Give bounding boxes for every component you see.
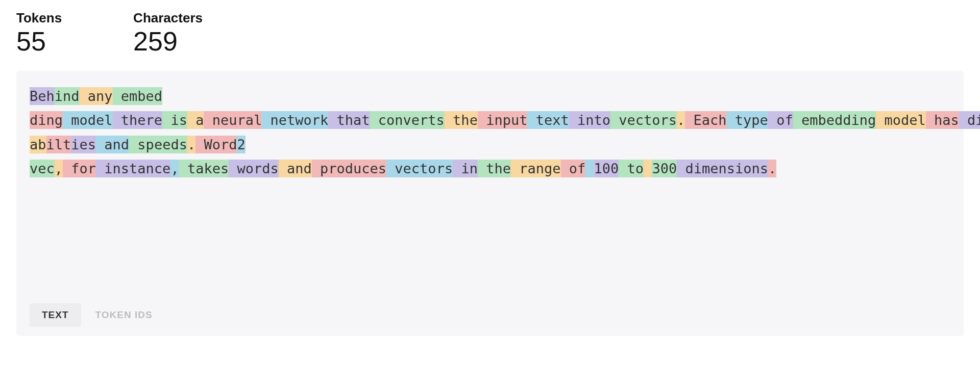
token: vec: [30, 160, 55, 177]
token: text: [527, 111, 569, 129]
tokens-value: 55: [16, 28, 62, 55]
token: 100: [594, 160, 619, 177]
token: vectors: [610, 111, 677, 129]
token: .: [187, 136, 195, 153]
token: takes: [179, 160, 229, 177]
token: for: [63, 160, 96, 177]
token: of: [561, 160, 586, 177]
tab-token-ids[interactable]: TOKEN IDS: [83, 303, 165, 327]
token: neural: [204, 111, 262, 129]
tab-text[interactable]: TEXT: [30, 303, 81, 327]
tokens-stat: Tokens 55: [16, 10, 62, 55]
token: range: [511, 160, 561, 177]
token: Each: [685, 111, 726, 129]
characters-value: 259: [133, 28, 203, 55]
tokens-label: Tokens: [16, 10, 62, 26]
token: to: [619, 160, 644, 177]
token: is: [162, 111, 187, 129]
token: and: [279, 160, 312, 177]
token: speeds: [129, 136, 187, 153]
stats-row: Tokens 55 Characters 259: [16, 10, 964, 55]
token: .: [677, 111, 685, 129]
token: Beh: [30, 87, 55, 105]
token: the: [478, 160, 511, 177]
token: model: [63, 111, 113, 129]
token: different: [959, 111, 980, 129]
token: vectors: [386, 160, 453, 177]
token: model: [876, 111, 926, 129]
token: type: [727, 111, 768, 129]
token: ,: [55, 160, 63, 177]
token: dimensions: [677, 160, 768, 177]
token: ilt: [46, 136, 71, 153]
token: there: [113, 111, 163, 129]
token: ,: [170, 160, 179, 177]
token: produces: [312, 160, 386, 177]
characters-stat: Characters 259: [133, 10, 203, 55]
token: a: [187, 111, 204, 129]
characters-label: Characters: [133, 10, 203, 26]
token: [585, 160, 594, 177]
token: .: [768, 160, 776, 177]
token: any: [80, 87, 113, 105]
token: Word: [195, 136, 237, 153]
view-tabs: TEXT TOKEN IDS: [30, 303, 165, 327]
token: ab: [30, 136, 46, 153]
token: into: [569, 111, 610, 129]
token: the: [445, 111, 478, 129]
token: ies: [71, 136, 96, 153]
token: embedding: [793, 111, 876, 129]
token: ding: [30, 111, 63, 129]
token: of: [768, 111, 793, 129]
token-stream: Behind any embedding model there is a ne…: [30, 84, 785, 180]
token: 2: [237, 136, 245, 153]
token: instance: [96, 160, 170, 177]
token: 300: [652, 160, 677, 177]
token: embed: [113, 87, 163, 105]
token: has: [926, 111, 959, 129]
token: words: [229, 160, 279, 177]
token: in: [453, 160, 478, 177]
token: input: [478, 111, 528, 129]
token: network: [262, 111, 328, 129]
token: converts: [370, 111, 445, 129]
token: and: [96, 136, 129, 153]
tokenized-output-panel: Behind any embedding model there is a ne…: [16, 71, 964, 336]
token: that: [328, 111, 370, 129]
token: ind: [55, 87, 80, 105]
token: [644, 160, 652, 177]
